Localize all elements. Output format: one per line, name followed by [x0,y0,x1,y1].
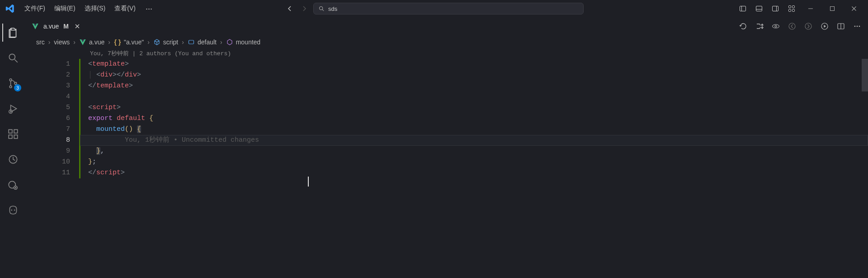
chevron-right-icon: › [73,38,75,46]
window-close-icon[interactable] [844,2,864,15]
layout-sidebar-right-icon[interactable] [768,2,783,15]
open-changes-history-icon[interactable] [737,20,750,33]
editor-actions [737,17,868,35]
vue-file-icon [79,38,86,46]
tab-close-icon[interactable] [73,22,81,30]
crumb-default[interactable]: default [188,38,217,46]
editor-more-actions-icon[interactable] [851,20,863,33]
code-line[interactable]: }, [80,146,868,157]
activity-timeline-icon[interactable] [2,149,24,170]
svg-rect-13 [830,7,835,11]
svg-rect-11 [793,10,795,12]
code-line[interactable] [80,91,868,102]
svg-point-19 [9,86,12,88]
chevron-right-icon: › [220,38,222,46]
menu-file[interactable]: 文件(F) [21,3,49,14]
tab-filename: a.vue [43,23,59,30]
chevron-right-icon: › [147,38,150,46]
svg-rect-26 [14,135,18,139]
code-line[interactable]: <template> [80,59,868,70]
tabs-bar: a.vue M [26,17,868,35]
svg-point-23 [10,111,11,112]
code-line[interactable]: mounted() { [80,124,868,135]
svg-point-31 [11,210,12,211]
activity-extensions-icon[interactable] [2,123,24,145]
code-line[interactable]: </template> [80,81,868,91]
gitlens-line-annotation: You, 1秒钟前 • Uncommitted changes [125,136,259,144]
svg-point-44 [857,25,858,27]
scm-badge: 3 [14,84,21,91]
svg-rect-10 [789,10,791,12]
layout-sidebar-left-icon[interactable] [735,2,750,15]
svg-marker-21 [11,105,17,112]
crumb-file[interactable]: a.vue [79,38,104,46]
customize-layout-icon[interactable] [784,2,799,15]
crumb-section[interactable]: { } "a.vue" [114,38,144,46]
activity-search-icon[interactable] [2,47,24,69]
tab-a-vue[interactable]: a.vue M [26,17,87,35]
svg-marker-40 [824,25,826,28]
svg-rect-8 [789,6,791,8]
menu-edit[interactable]: 编辑(E) [51,3,79,14]
search-icon [318,5,325,12]
svg-line-1 [322,10,324,11]
activity-copilot-icon[interactable] [2,199,24,221]
nav-prev-change-icon[interactable] [786,20,798,33]
search-text: sds [328,5,337,12]
breadcrumbs[interactable]: src › views › a.vue › { } "a.vue" › scri… [26,35,868,49]
svg-rect-9 [793,6,795,8]
svg-point-35 [773,24,779,28]
command-center-search[interactable]: sds [313,3,584,14]
code-line-active[interactable]: You, 1秒钟前 • Uncommitted changes [80,135,868,146]
menu-view[interactable]: 查看(V) [111,3,139,14]
code-line[interactable]: │ <div></div> [80,70,868,81]
svg-point-16 [9,54,15,60]
gitlens-toggle-icon[interactable] [769,20,782,33]
nav-next-change-icon[interactable] [802,20,815,33]
open-changes-icon[interactable] [753,20,766,33]
svg-point-32 [14,210,15,211]
nav-forward-icon[interactable] [299,3,310,14]
crumb-script[interactable]: script [153,38,178,46]
editor-group: a.vue M [26,17,868,278]
svg-point-18 [9,79,12,81]
window-maximize-icon[interactable] [822,2,843,15]
run-code-icon[interactable] [818,20,831,33]
crumb-mounted[interactable]: mounted [226,38,260,46]
text-editor[interactable]: 1 2 3 4 5 6 7 8 9 10 11 You, 7秒钟前 | 2 au… [26,49,868,278]
gitlens-file-annotation: You, 7秒钟前 | 2 authors (You and others) [80,49,868,59]
activity-remote-icon[interactable] [2,174,24,196]
svg-point-38 [805,23,811,29]
layout-panel-icon[interactable] [751,2,767,15]
activity-explorer-icon[interactable] [2,22,24,43]
chevron-right-icon: › [108,38,110,46]
svg-point-0 [319,6,322,10]
window-minimize-icon[interactable] [800,2,821,15]
line-number-gutter: 1 2 3 4 5 6 7 8 9 10 11 [26,49,80,278]
scrollbar-slider[interactable] [862,59,868,91]
title-center-group: sds [284,3,584,14]
svg-rect-46 [189,40,193,44]
title-right-group [735,2,864,15]
module-icon [153,38,160,46]
crumb-views[interactable]: views [54,38,70,46]
method-icon [226,38,233,46]
code-content[interactable]: You, 7秒钟前 | 2 authors (You and others) <… [80,49,868,278]
svg-rect-27 [14,129,18,133]
svg-point-45 [859,25,860,27]
nav-back-icon[interactable] [284,3,295,14]
activity-bar: 3 [0,17,26,278]
menu-select[interactable]: 选择(S) [81,3,109,14]
svg-point-37 [789,23,795,29]
code-line[interactable]: <script> [80,102,868,113]
code-line[interactable]: }; [80,157,868,168]
menu-more[interactable]: ··· [141,4,157,14]
crumb-src[interactable]: src [36,38,45,46]
split-editor-icon[interactable] [835,20,847,33]
title-bar: 文件(F) 编辑(E) 选择(S) 查看(V) ··· sds [0,0,868,17]
chevron-right-icon: › [182,38,184,46]
code-line[interactable]: </script> [80,168,868,178]
activity-scm-icon[interactable]: 3 [2,72,24,94]
code-line[interactable]: export default { [80,113,868,124]
activity-debug-icon[interactable] [2,98,24,120]
